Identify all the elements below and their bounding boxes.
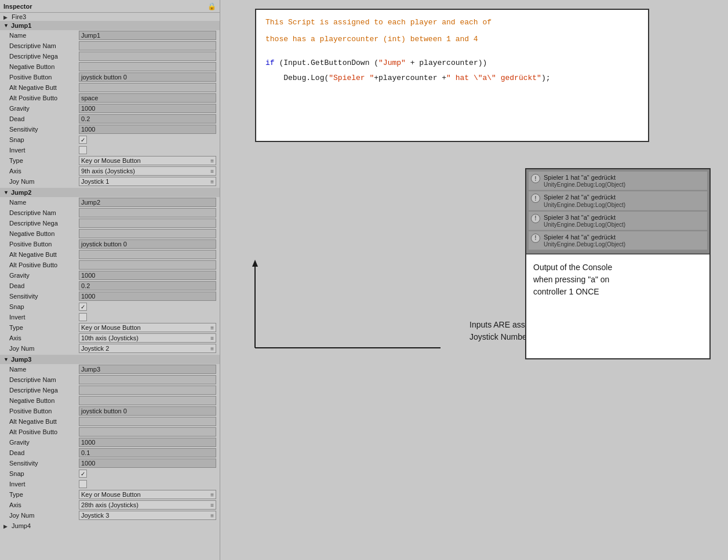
jump2-snap-checkbox[interactable] (79, 303, 87, 311)
jump2-altpos-value[interactable] (79, 260, 216, 270)
jump2-desc-value[interactable] (79, 208, 216, 217)
jump3-descneg-label: Descriptive Nega (9, 387, 79, 394)
jump1-gravity-value[interactable]: 1000 (79, 104, 216, 113)
jump1-axis-dropdown[interactable]: 9th axis (Joysticks) (79, 166, 216, 176)
jump2-altneg-value[interactable] (79, 250, 216, 259)
jump1-snap-label: Snap (9, 136, 79, 143)
jump1-label: Jump1 (11, 22, 31, 29)
jump2-label: Jump2 (11, 189, 31, 196)
jump2-name-value[interactable]: Jump2 (79, 198, 216, 207)
jump3-desc-value[interactable] (79, 375, 216, 384)
code-debug: Debug.Log( (283, 74, 329, 82)
console-message-4: ! Spieler 4 hat "a" gedrückt UnityEngine… (529, 231, 707, 250)
jump2-desc-label: Descriptive Nam (9, 209, 79, 216)
jump2-type-row: Type Key or Mouse Button (0, 322, 220, 333)
jump3-type-dropdown[interactable]: Key or Mouse Button (79, 490, 216, 499)
jump1-type-dropdown[interactable]: Key or Mouse Button (79, 156, 216, 165)
jump3-negbtn-value[interactable] (79, 396, 216, 405)
console-icon-4: ! (531, 234, 540, 243)
jump3-axis-dropdown[interactable]: 28th axis (Joysticks) (79, 500, 216, 510)
code-block-inner: This Script is assigned to each player a… (256, 10, 648, 92)
jump1-dead-value[interactable]: 0.2 (79, 114, 216, 123)
jump1-type-label: Type (9, 157, 79, 164)
jump1-header[interactable]: ▼ Jump1 (0, 21, 220, 30)
jump3-name-row: Name Jump3 (0, 364, 220, 374)
jump3-sens-label: Sensitivity (9, 460, 79, 467)
jump1-joynum-label: Joy Num (9, 178, 79, 185)
jump3-altpos-label: Alt Positive Butto (9, 428, 79, 435)
jump3-header[interactable]: ▼ Jump3 (0, 355, 220, 364)
jump3-invert-checkbox[interactable] (79, 480, 87, 488)
jump3-dead-value[interactable]: 0.1 (79, 448, 216, 457)
jump3-joynum-dropdown[interactable]: Joystick 3 (79, 511, 216, 520)
jump1-name-label: Name (9, 32, 79, 39)
jump2-invert-checkbox[interactable] (79, 313, 87, 321)
jump1-invert-label: Invert (9, 147, 79, 154)
jump3-name-label: Name (9, 366, 79, 373)
jump2-gravity-row: Gravity 1000 (0, 270, 220, 281)
jump3-gravity-value[interactable]: 1000 (79, 438, 216, 447)
jump1-invert-checkbox[interactable] (79, 146, 87, 154)
jump3-posbtn-value[interactable]: joystick button 0 (79, 406, 216, 416)
console-icon-3: ! (531, 214, 540, 223)
jump2-sens-value[interactable]: 1000 (79, 292, 216, 301)
jump2-posbtn-row: Positive Button joystick button 0 (0, 239, 220, 249)
jump3-joynum-row: Joy Num Joystick 3 (0, 510, 220, 521)
console-desc-line1: Output of the Console (533, 261, 702, 274)
jump1-name-value[interactable]: Jump1 (79, 31, 216, 40)
jump2-descneg-value[interactable] (79, 219, 216, 228)
jump1-altpos-value[interactable]: space (79, 93, 216, 103)
code-block: This Script is assigned to each player a… (255, 9, 649, 142)
jump1-type-row: Type Key or Mouse Button (0, 155, 220, 166)
code-string-spieler: "Spieler " (329, 74, 374, 82)
jump2-negbtn-value[interactable] (79, 229, 216, 238)
jump3-descneg-row: Descriptive Nega (0, 385, 220, 395)
annotation-arrow-svg (220, 220, 481, 371)
console-messages-container: ! Spieler 1 hat "a" gedrückt UnityEngine… (526, 169, 709, 253)
jump2-altpos-label: Alt Positive Butto (9, 261, 79, 268)
jump2-dead-value[interactable]: 0.2 (79, 281, 216, 290)
jump1-snap-row: Snap (0, 134, 220, 145)
jump2-gravity-value[interactable]: 1000 (79, 271, 216, 280)
jump2-axis-dropdown[interactable]: 10th axis (Joysticks) (79, 333, 216, 343)
jump3-snap-row: Snap (0, 468, 220, 479)
jump3-altpos-value[interactable] (79, 427, 216, 437)
jump1-desc-value[interactable] (79, 41, 216, 50)
jump3-invert-label: Invert (9, 481, 79, 488)
jump3-sens-value[interactable]: 1000 (79, 459, 216, 468)
code-comment-line2: those has a playercounter (int) between … (265, 34, 639, 46)
jump3-altneg-value[interactable] (79, 417, 216, 426)
jump3-descneg-value[interactable] (79, 386, 216, 395)
jump3-name-value[interactable]: Jump3 (79, 365, 216, 374)
console-description: Output of the Console when pressing "a" … (526, 253, 709, 305)
jump2-type-dropdown[interactable]: Key or Mouse Button (79, 323, 216, 332)
jump3-type-row: Type Key or Mouse Button (0, 489, 220, 500)
jump1-altneg-value[interactable] (79, 83, 216, 92)
jump1-snap-checkbox[interactable] (79, 136, 87, 144)
jump1-descneg-value[interactable] (79, 52, 216, 61)
jump3-type-label: Type (9, 491, 79, 498)
jump2-posbtn-value[interactable]: joystick button 0 (79, 239, 216, 249)
jump3-altpos-row: Alt Positive Butto (0, 427, 220, 437)
jump2-header[interactable]: ▼ Jump2 (0, 188, 220, 197)
jump1-invert-row: Invert (0, 145, 220, 155)
console-desc-line2: when pressing "a" on (533, 274, 702, 286)
jump1-arrow: ▼ (3, 23, 9, 28)
jump2-section: ▼ Jump2 Name Jump2 Descriptive Nam Descr… (0, 188, 220, 354)
jump1-altneg-label: Alt Negative Butt (9, 84, 79, 91)
jump1-negbtn-value[interactable] (79, 62, 216, 71)
fire3-item[interactable]: Fire3 (0, 13, 220, 21)
jump1-posbtn-value[interactable]: joystick button 0 (79, 72, 216, 82)
jump3-snap-checkbox[interactable] (79, 470, 87, 478)
jump3-altneg-row: Alt Negative Butt (0, 416, 220, 427)
jump1-sens-value[interactable]: 1000 (79, 125, 216, 134)
jump2-sens-label: Sensitivity (9, 293, 79, 300)
jump4-item[interactable]: Jump4 (0, 522, 220, 530)
jump1-joynum-dropdown[interactable]: Joystick 1 (79, 177, 216, 186)
code-line2: Debug.Log("Spieler "+playercounter +" ha… (265, 72, 639, 85)
jump2-name-label: Name (9, 199, 79, 206)
lock-icon[interactable]: 🔒 (208, 2, 216, 10)
jump2-joynum-dropdown[interactable]: Joystick 2 (79, 344, 216, 353)
jump1-descneg-label: Descriptive Nega (9, 53, 79, 60)
fire3-label: Fire3 (12, 13, 26, 20)
